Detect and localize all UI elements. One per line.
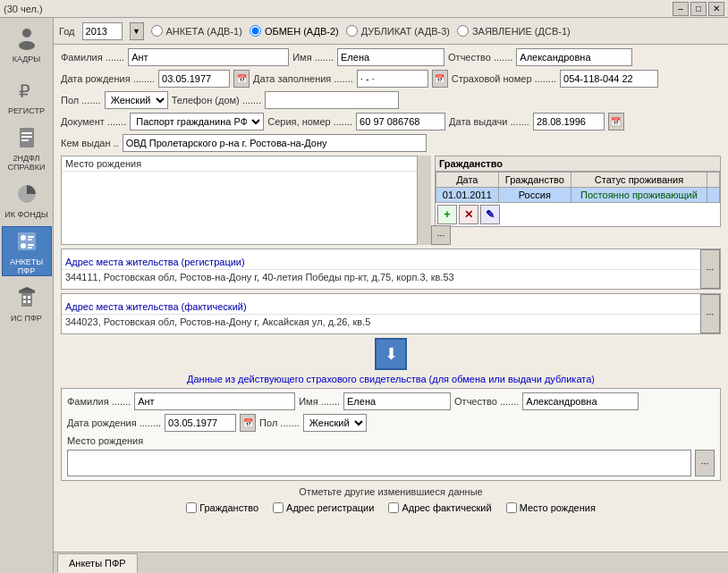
address-faktich-content: Адрес места жительства (фактический) 344… bbox=[62, 299, 700, 329]
citizenship-table: Дата Гражданство Статус проживания 01.01… bbox=[436, 172, 720, 203]
ins-mesto-input[interactable] bbox=[67, 450, 691, 476]
row-pol-tel: Пол ....... Женский Мужской Телефон (дом… bbox=[61, 91, 721, 109]
tab-bar: Анкеты ПФР bbox=[54, 552, 728, 573]
insurance-label: Данные из действующего страхового свидет… bbox=[61, 374, 721, 384]
address-registr-section: Адрес места жительства (регистрации) 344… bbox=[61, 249, 721, 290]
cb-adres-faktich-input[interactable] bbox=[388, 502, 399, 513]
ins-otchestvo-input[interactable] bbox=[522, 392, 639, 410]
maximize-button[interactable]: □ bbox=[690, 2, 707, 16]
ins-data-rozhd-input[interactable] bbox=[165, 414, 236, 432]
radio-dublikat-input[interactable] bbox=[346, 25, 358, 37]
sidebar-item-kadry[interactable]: КАДРЫ bbox=[2, 19, 52, 69]
sidebar-item-anketypfr[interactable]: АНКЕТЫ ПФР bbox=[2, 226, 52, 276]
svg-rect-20 bbox=[19, 291, 35, 293]
pol-select[interactable]: Женский Мужской bbox=[105, 91, 168, 109]
doc-label: Документ ....... bbox=[61, 116, 126, 127]
strakh-nomer-input[interactable] bbox=[560, 70, 658, 88]
radio-obmen[interactable]: ОБМЕН (АДВ-2) bbox=[250, 25, 339, 37]
document-icon bbox=[13, 123, 41, 152]
radio-anketa[interactable]: АНКЕТА (АДВ-1) bbox=[151, 25, 242, 37]
svg-point-12 bbox=[21, 243, 26, 249]
citizenship-actions: + ✕ ✎ bbox=[436, 203, 720, 226]
ins-data-rozhd-cal-button[interactable]: 📅 bbox=[240, 414, 256, 432]
close-button[interactable]: ✕ bbox=[708, 2, 724, 16]
title-bar: (30 чел.) – □ ✕ bbox=[0, 0, 728, 18]
data-vydachi-input[interactable] bbox=[533, 113, 605, 131]
seria-nomer-input[interactable] bbox=[356, 113, 445, 131]
sidebar-label-registr: РЕГИСТР bbox=[8, 106, 45, 115]
imya-label: Имя ....... bbox=[292, 52, 334, 63]
col-scroll bbox=[707, 173, 720, 188]
data-zapol-cal-button[interactable]: 📅 bbox=[432, 70, 448, 88]
address-registr-ellipsis-button[interactable]: ··· bbox=[700, 249, 720, 289]
address-faktich-value[interactable]: 344023, Ростовская обл, Ростов-на-Дону г… bbox=[62, 315, 700, 329]
svg-rect-5 bbox=[21, 136, 32, 138]
data-rozhd-label: Дата рождения ........ bbox=[61, 73, 155, 84]
cb-adres-registr[interactable]: Адрес регистрации bbox=[273, 502, 374, 513]
kem-vydan-input[interactable] bbox=[123, 134, 427, 152]
sidebar-item-registr[interactable]: ₽ РЕГИСТР bbox=[2, 71, 52, 121]
citizenship-table-container: Гражданство Дата Гражданство Статус прож… bbox=[435, 156, 721, 227]
sidebar-label-kadry: КАДРЫ bbox=[13, 55, 41, 63]
radio-zayavlenie[interactable]: ЗАЯВЛЕНИЕ (ДСВ-1) bbox=[457, 25, 571, 37]
cb-adres-faktich[interactable]: Адрес фактический bbox=[388, 502, 491, 513]
imya-input[interactable] bbox=[337, 48, 444, 66]
cb-mesto-rozhd-input[interactable] bbox=[506, 502, 517, 513]
radio-obmen-input[interactable] bbox=[250, 25, 261, 37]
data-vydachi-cal-button[interactable]: 📅 bbox=[608, 113, 624, 131]
citizenship-title: Гражданство bbox=[436, 156, 720, 172]
download-button[interactable]: ⬇ bbox=[375, 338, 407, 370]
year-input[interactable] bbox=[82, 22, 123, 40]
address-faktich-ellipsis-button[interactable]: ··· bbox=[700, 294, 720, 333]
citizenship-add-button[interactable]: + bbox=[437, 205, 457, 224]
address-registr-value[interactable]: 344111, Ростовская обл, Ростов-на-Дону г… bbox=[62, 270, 700, 284]
sidebar-item-ispfr[interactable]: ИС ПФР bbox=[2, 278, 52, 328]
building-icon bbox=[13, 283, 41, 312]
tab-ankety-pfr[interactable]: Анкеты ПФР bbox=[57, 553, 138, 573]
svg-rect-11 bbox=[28, 239, 32, 240]
sidebar-item-ndfl[interactable]: 2НДФЛ СПРАВКИ bbox=[2, 122, 52, 173]
citizenship-row[interactable]: 01.01.2011 Россия Постоянно проживающий bbox=[436, 188, 720, 203]
pol-label: Пол ....... bbox=[61, 95, 101, 105]
radio-anketa-input[interactable] bbox=[151, 25, 163, 37]
sidebar-item-ikfond[interactable]: ИК ФОНДЫ bbox=[2, 174, 52, 224]
row-dates: Дата рождения ........ 📅 Дата заполнения… bbox=[61, 70, 721, 88]
mesto-rozhd-content[interactable] bbox=[62, 172, 430, 225]
svg-rect-17 bbox=[28, 296, 30, 299]
data-zapol-input[interactable] bbox=[357, 70, 428, 88]
familiya-input[interactable] bbox=[128, 48, 289, 66]
citizenship-date: 01.01.2011 bbox=[436, 188, 499, 203]
sidebar-label-ikfond: ИК ФОНДЫ bbox=[4, 210, 48, 219]
ins-familiya-input[interactable] bbox=[134, 392, 295, 410]
cb-grazhdanstvo[interactable]: Гражданство bbox=[186, 502, 258, 513]
radio-dublikat[interactable]: ДУБЛИКАТ (АДВ-3) bbox=[346, 25, 450, 37]
ins-mesto-label: Место рождения bbox=[67, 435, 143, 446]
svg-rect-18 bbox=[23, 300, 26, 303]
sidebar-label-anketypfr: АНКЕТЫ ПФР bbox=[3, 257, 51, 275]
address-registr-content: Адрес места жительства (регистрации) 344… bbox=[62, 255, 700, 284]
cb-adres-registr-input[interactable] bbox=[273, 502, 284, 513]
minimize-button[interactable]: – bbox=[673, 2, 689, 16]
cb-mesto-rozhd[interactable]: Место рождения bbox=[506, 502, 596, 513]
radio-anketa-label: АНКЕТА (АДВ-1) bbox=[166, 26, 242, 37]
ins-imya-input[interactable] bbox=[343, 392, 451, 410]
telefon-input[interactable] bbox=[265, 91, 399, 109]
doc-type-select[interactable]: Паспорт гражданина РФ bbox=[130, 113, 264, 131]
citizenship-delete-button[interactable]: ✕ bbox=[459, 205, 478, 224]
citizenship-edit-button[interactable]: ✎ bbox=[480, 205, 500, 224]
cb-grazhdanstvo-input[interactable] bbox=[186, 502, 197, 513]
data-rozhd-input[interactable] bbox=[158, 70, 230, 88]
radio-zayavlenie-input[interactable] bbox=[457, 25, 469, 37]
year-dropdown-button[interactable]: ▼ bbox=[130, 22, 144, 40]
otchestvo-label: Отчество ....... bbox=[448, 52, 512, 63]
svg-rect-8 bbox=[18, 232, 36, 250]
window-title: (30 чел.) bbox=[4, 4, 43, 14]
ins-mesto-ellipsis-button[interactable]: ··· bbox=[695, 450, 715, 476]
svg-marker-21 bbox=[19, 287, 35, 291]
otchestvo-input[interactable] bbox=[516, 48, 632, 66]
data-rozhd-cal-button[interactable]: 📅 bbox=[233, 70, 250, 88]
download-arrow-icon: ⬇ bbox=[385, 344, 398, 364]
mesto-rozhd-ellipsis-button[interactable]: ··· bbox=[431, 225, 451, 245]
ins-pol-select[interactable]: Женский Мужской bbox=[303, 414, 367, 432]
birthplace-scrollbar[interactable] bbox=[417, 156, 431, 245]
